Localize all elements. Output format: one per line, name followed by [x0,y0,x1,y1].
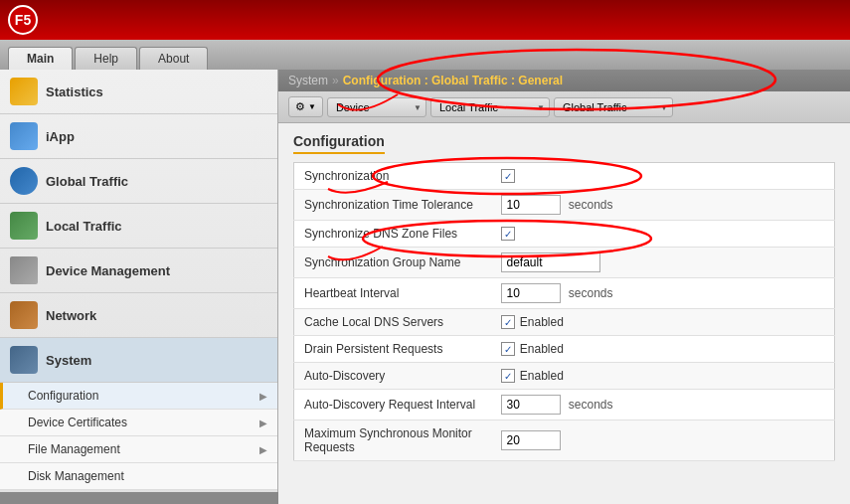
value-synchronization: ✓ [493,163,835,190]
value-sync-group-name [493,248,835,278]
main-container: Statistics iApp Global Traffic Local Tra… [0,70,850,504]
value-sync-time-tolerance: seconds [493,190,835,221]
row-sync-time-tolerance: Synchronization Time Tolerance seconds [294,190,835,221]
row-auto-discovery-interval: Auto-Discovery Request Interval seconds [294,390,835,420]
label-max-sync-monitor: Maximum Synchronous MonitorRequests [294,420,493,461]
label-cache-local-dns: Cache Local DNS Servers [294,309,493,336]
breadcrumb-sep: » [332,74,339,87]
value-auto-discovery-interval: seconds [493,390,835,420]
gear-dropdown-arrow: ▼ [308,102,316,111]
text-drain-persistent: Enabled [520,342,564,356]
device-dropdown-arrow: ▼ [414,102,422,111]
device-management-icon [10,256,38,284]
row-max-sync-monitor: Maximum Synchronous MonitorRequests [294,420,835,461]
checkbox-auto-discovery[interactable]: ✓ [501,369,515,383]
row-sync-dns-zone: Synchronize DNS Zone Files ✓ [294,221,835,248]
text-auto-discovery: Enabled [520,369,564,383]
submenu-configuration[interactable]: Configuration ▶ [0,383,277,410]
system-submenu: Configuration ▶ Device Certificates ▶ Fi… [0,383,277,490]
label-drain-persistent: Drain Persistent Requests [294,336,493,363]
global-traffic-dropdown-container: Global Traffic ▼ [554,97,673,117]
label-sync-time-tolerance: Synchronization Time Tolerance [294,190,493,221]
config-section: Configuration Synchronization ✓ Synchron… [278,123,850,471]
input-max-sync-monitor[interactable] [501,430,561,450]
submenu-arrow-device-certificates: ▶ [259,418,267,428]
label-seconds-1: seconds [569,198,613,212]
network-icon [10,301,38,329]
global-traffic-icon [10,167,38,195]
tab-main[interactable]: Main [8,47,73,70]
row-sync-group-name: Synchronization Group Name [294,248,835,278]
checkbox-drain-persistent[interactable]: ✓ [501,342,515,356]
section-title: Configuration [293,133,385,154]
gear-button[interactable]: ⚙ ▼ [288,96,323,117]
global-traffic-dropdown-arrow: ▼ [660,102,668,111]
sidebar-scrollbar[interactable] [0,492,278,504]
checkbox-sync-dns-zone[interactable]: ✓ [501,227,515,241]
label-synchronization: Synchronization [294,163,493,190]
submenu-arrow-configuration: ▶ [259,391,267,402]
sidebar-item-device-management[interactable]: Device Management [0,249,277,293]
sidebar-item-statistics[interactable]: Statistics [0,70,277,114]
label-sync-group-name: Synchronization Group Name [294,248,493,278]
input-auto-discovery-interval[interactable] [501,395,561,415]
iapp-icon [10,122,38,150]
tab-help[interactable]: Help [75,47,137,70]
global-traffic-dropdown[interactable]: Global Traffic ▼ [554,97,673,117]
local-traffic-dropdown[interactable]: Local Traffic ▼ [430,97,550,117]
label-auto-discovery-interval: Auto-Discovery Request Interval [294,390,493,420]
value-sync-dns-zone: ✓ [493,221,835,248]
local-traffic-dropdown-container: Local Traffic ▼ [430,97,550,117]
config-table: Synchronization ✓ Synchronization Time T… [293,162,835,461]
value-heartbeat-interval: seconds [493,278,835,309]
submenu-disk-management[interactable]: Disk Management [0,463,277,490]
top-bar: F5 [0,0,850,40]
row-synchronization: Synchronization ✓ [294,163,835,190]
row-cache-local-dns: Cache Local DNS Servers ✓ Enabled [294,309,835,336]
sidebar-item-global-traffic[interactable]: Global Traffic [0,159,277,204]
system-icon [10,346,38,374]
submenu-device-certificates[interactable]: Device Certificates ▶ [0,410,277,436]
device-dropdown-container: Device ▼ [327,97,426,117]
value-drain-persistent: ✓ Enabled [493,336,835,363]
sidebar-item-iapp[interactable]: iApp [0,114,277,159]
label-heartbeat-interval: Heartbeat Interval [294,278,493,309]
label-seconds-3: seconds [569,398,613,412]
row-drain-persistent: Drain Persistent Requests ✓ Enabled [294,336,835,363]
input-sync-time-tolerance[interactable] [501,195,561,215]
label-auto-discovery: Auto-Discovery [294,363,493,390]
sidebar: Statistics iApp Global Traffic Local Tra… [0,70,278,504]
sidebar-item-network[interactable]: Network [0,293,277,338]
value-max-sync-monitor [493,420,835,461]
tab-about[interactable]: About [139,47,208,70]
checkbox-synchronization[interactable]: ✓ [501,169,515,183]
gear-icon: ⚙ [295,100,305,113]
device-dropdown[interactable]: Device ▼ [327,97,426,117]
local-traffic-dropdown-arrow: ▼ [537,102,545,111]
toolbar: ⚙ ▼ Device ▼ Local Traffic ▼ [278,91,850,123]
content-area: System » Configuration : Global Traffic … [278,70,850,504]
checkbox-cache-local-dns[interactable]: ✓ [501,315,515,329]
row-heartbeat-interval: Heartbeat Interval seconds [294,278,835,309]
input-heartbeat-interval[interactable] [501,283,561,303]
input-sync-group-name[interactable] [501,252,600,272]
label-sync-dns-zone: Synchronize DNS Zone Files [294,221,493,248]
value-cache-local-dns: ✓ Enabled [493,309,835,336]
local-traffic-icon [10,212,38,240]
statistics-icon [10,78,38,105]
text-cache-local-dns: Enabled [520,315,564,329]
submenu-arrow-file-management: ▶ [259,444,267,455]
sidebar-item-system[interactable]: System [0,338,277,383]
breadcrumb-bar: System » Configuration : Global Traffic … [278,70,850,91]
breadcrumb-system: System [288,74,328,87]
nav-tabs: Main Help About [0,40,850,70]
sidebar-item-local-traffic[interactable]: Local Traffic [0,204,277,249]
app-logo: F5 [8,5,38,35]
label-seconds-2: seconds [569,286,613,300]
value-auto-discovery: ✓ Enabled [493,363,835,390]
row-auto-discovery: Auto-Discovery ✓ Enabled [294,363,835,390]
breadcrumb-current: Configuration : Global Traffic : General [343,74,563,87]
submenu-file-management[interactable]: File Management ▶ [0,436,277,463]
